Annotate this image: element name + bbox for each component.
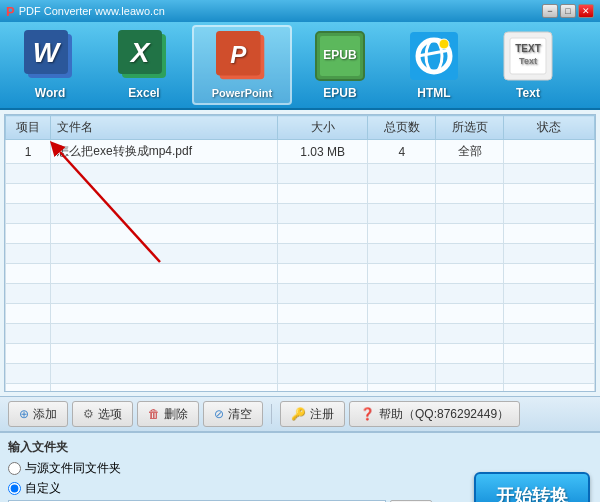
table-row-empty (6, 184, 595, 204)
table-row-empty (6, 204, 595, 224)
start-section: 开始转换 (474, 472, 590, 502)
ppt-icon: P (216, 31, 268, 83)
table-row-empty (6, 384, 595, 393)
radio-custom-folder[interactable] (8, 482, 21, 495)
text-label: Text (516, 86, 540, 100)
epub-label: EPUB (323, 86, 356, 100)
clear-button[interactable]: ⊘ 清空 (203, 401, 263, 427)
close-button[interactable]: ✕ (578, 4, 594, 18)
svg-text:TEXT: TEXT (515, 43, 541, 54)
text-icon: TEXT Text (502, 30, 554, 82)
clear-label: 清空 (228, 406, 252, 423)
add-button[interactable]: ⊕ 添加 (8, 401, 68, 427)
file-table-container: 项目 文件名 大小 总页数 所选页 状态 1 怎么把exe转换成mp4.pdf … (4, 114, 596, 392)
toolbar-item-epub[interactable]: EPUB EPUB (294, 25, 386, 105)
bottom-area: 输入文件夹 与源文件同文件夹 自定义 打开 开始转换 (0, 432, 600, 502)
add-icon: ⊕ (19, 407, 29, 421)
input-section-title: 输入文件夹 (8, 439, 592, 456)
radio-same-folder[interactable] (8, 462, 21, 475)
delete-button[interactable]: 🗑 删除 (137, 401, 199, 427)
svg-text:Text: Text (519, 56, 537, 66)
cell-num: 1 (6, 140, 51, 164)
table-row-empty (6, 304, 595, 324)
toolbar-item-ppt[interactable]: P PowerPoint (192, 25, 292, 105)
minimize-button[interactable]: − (542, 4, 558, 18)
svg-text:X: X (129, 37, 152, 68)
title-bar-controls: − □ ✕ (542, 4, 594, 18)
bottom-toolbar: ⊕ 添加 ⚙ 选项 🗑 删除 ⊘ 清空 🔑 注册 ❓ 帮助（QQ:8762924… (0, 396, 600, 432)
svg-text:EPUB: EPUB (323, 48, 357, 62)
title-bar: P PDF Converter www.leawo.cn − □ ✕ (0, 0, 600, 22)
key-icon: 🔑 (291, 407, 306, 421)
table-row-empty (6, 284, 595, 304)
app-title: PDF Converter www.leawo.cn (19, 5, 165, 17)
table-row-empty (6, 324, 595, 344)
cell-pages: 4 (368, 140, 436, 164)
ppt-label: PowerPoint (212, 87, 273, 99)
delete-label: 删除 (164, 406, 188, 423)
table-row-empty (6, 244, 595, 264)
cell-status (504, 140, 595, 164)
cell-filename: 怎么把exe转换成mp4.pdf (51, 140, 278, 164)
options-label: 选项 (98, 406, 122, 423)
word-icon: W (24, 30, 76, 82)
table-row-empty (6, 264, 595, 284)
toolbar-item-html[interactable]: HTML (388, 25, 480, 105)
word-label: Word (35, 86, 65, 100)
radio-same-folder-label: 与源文件同文件夹 (25, 460, 121, 477)
cell-selected: 全部 (436, 140, 504, 164)
register-label: 注册 (310, 406, 334, 423)
table-row[interactable]: 1 怎么把exe转换成mp4.pdf 1.03 MB 4 全部 (6, 140, 595, 164)
title-bar-title: P PDF Converter www.leawo.cn (6, 4, 165, 19)
epub-icon: EPUB (314, 30, 366, 82)
col-header-selected: 所选页 (436, 116, 504, 140)
register-button[interactable]: 🔑 注册 (280, 401, 345, 427)
toolbar-item-excel[interactable]: X Excel (98, 25, 190, 105)
col-header-filename: 文件名 (51, 116, 278, 140)
table-row-empty (6, 344, 595, 364)
toolbar: W Word X Excel P PowerPoint (0, 22, 600, 110)
svg-point-16 (439, 39, 449, 49)
help-button[interactable]: ❓ 帮助（QQ:876292449） (349, 401, 520, 427)
separator (271, 404, 272, 424)
col-header-status: 状态 (504, 116, 595, 140)
col-header-num: 项目 (6, 116, 51, 140)
toolbar-item-word[interactable]: W Word (4, 25, 96, 105)
help-label: 帮助（QQ:876292449） (379, 406, 509, 423)
svg-text:W: W (33, 37, 62, 68)
excel-icon: X (118, 30, 170, 82)
maximize-button[interactable]: □ (560, 4, 576, 18)
html-icon (408, 30, 460, 82)
gear-icon: ⚙ (83, 407, 94, 421)
clear-icon: ⊘ (214, 407, 224, 421)
col-header-pages: 总页数 (368, 116, 436, 140)
file-table: 项目 文件名 大小 总页数 所选页 状态 1 怎么把exe转换成mp4.pdf … (5, 115, 595, 392)
table-row-empty (6, 224, 595, 244)
start-convert-button[interactable]: 开始转换 (474, 472, 590, 502)
add-label: 添加 (33, 406, 57, 423)
main-area: 项目 文件名 大小 总页数 所选页 状态 1 怎么把exe转换成mp4.pdf … (0, 110, 600, 396)
question-icon: ❓ (360, 407, 375, 421)
col-header-size: 大小 (277, 116, 368, 140)
table-row-empty (6, 364, 595, 384)
trash-icon: 🗑 (148, 407, 160, 421)
options-button[interactable]: ⚙ 选项 (72, 401, 133, 427)
svg-text:P: P (230, 41, 247, 68)
excel-label: Excel (128, 86, 159, 100)
radio-custom-folder-label: 自定义 (25, 480, 61, 497)
toolbar-item-text[interactable]: TEXT Text Text (482, 25, 574, 105)
table-row-empty (6, 164, 595, 184)
cell-size: 1.03 MB (277, 140, 368, 164)
html-label: HTML (417, 86, 450, 100)
